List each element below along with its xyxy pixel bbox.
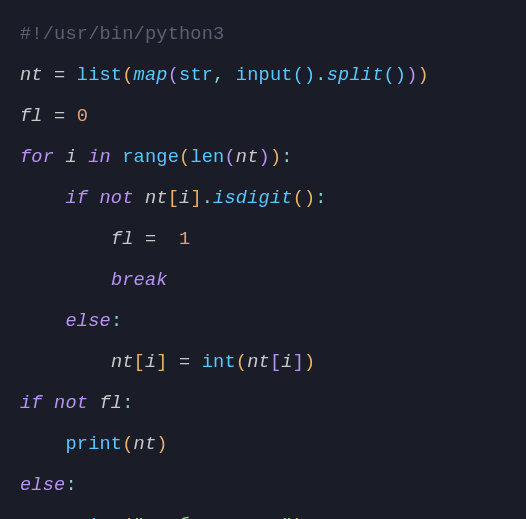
code-line-9: nt[i] = int(nt[i]) xyxy=(20,352,315,373)
code-line-3: fl = 0 xyxy=(20,106,88,127)
code-line-10: if not fl: xyxy=(20,393,134,414)
code-line-6: fl = 1 xyxy=(20,229,190,250)
code-line-4: for i in range(len(nt)): xyxy=(20,147,293,168)
code-line-5: if not nt[i].isdigit(): xyxy=(20,188,327,209)
code-line-12: else: xyxy=(20,475,77,496)
code-line-8: else: xyxy=(20,311,122,332)
shebang-comment: #!/usr/bin/python3 xyxy=(20,24,224,45)
code-block[interactable]: #!/usr/bin/python3 nt = list(map(str, in… xyxy=(0,0,526,519)
code-line-7: break xyxy=(20,270,168,291)
code-line-2: nt = list(map(str, input().split())) xyxy=(20,65,429,86)
code-line-11: print(nt) xyxy=(20,434,168,455)
code-line-1: #!/usr/bin/python3 xyxy=(20,24,224,45)
